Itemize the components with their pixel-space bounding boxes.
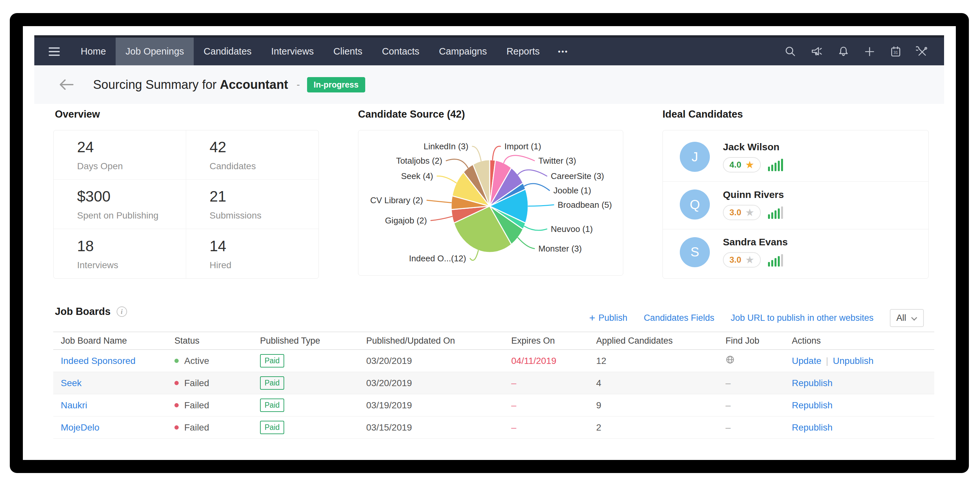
pie-leader-line-indeed (470, 251, 478, 260)
info-icon[interactable]: i (117, 306, 127, 317)
signal-bars-icon (768, 253, 784, 267)
avatar: Q (680, 189, 710, 220)
pie-label-cv-library: CV Library (2) (370, 195, 423, 205)
ideal-candidates-heading: Ideal Candidates (662, 108, 743, 120)
pie-leader-line-import (493, 146, 500, 160)
cell-status: Active (175, 356, 260, 366)
rating-value: 3.0 (729, 255, 741, 265)
stat-value: $300 (77, 188, 186, 205)
update-link[interactable]: Update (792, 356, 821, 366)
stat-label: Submissions (210, 210, 319, 221)
nav-item-candidates[interactable]: Candidates (194, 38, 261, 65)
job-board-link-indeed-sponsored[interactable]: Indeed Sponsored (61, 356, 135, 366)
avatar: S (680, 237, 710, 267)
announcement-icon[interactable] (811, 46, 823, 57)
pie-label-indeed: Indeed O...(12) (409, 253, 466, 263)
unpublish-link[interactable]: Unpublish (833, 356, 874, 366)
candidate-source-heading: Candidate Source (42) (358, 108, 465, 120)
cell-actions: Republish (792, 422, 927, 433)
nav-item-clients[interactable]: Clients (324, 38, 372, 65)
nav-item-contacts[interactable]: Contacts (372, 38, 429, 65)
publish-button[interactable]: + Publish (589, 312, 627, 324)
pie-label-linkedin: LinkedIn (3) (424, 142, 468, 151)
hamburger-menu-icon[interactable] (34, 38, 71, 65)
back-arrow-icon[interactable] (58, 78, 75, 91)
overview-heading: Overview (55, 108, 100, 120)
cell-applied-candidates: 4 (596, 378, 725, 388)
calendar-icon[interactable]: 31 (890, 46, 902, 57)
status-badge: In-progress (307, 77, 365, 92)
candidate-item-quinn-rivers[interactable]: QQuinn Rivers3.0★ (663, 181, 928, 228)
nav-item-reports[interactable]: Reports (496, 38, 549, 65)
stat-value: 42 (210, 138, 319, 156)
candidate-name: Jack Wilson (723, 142, 784, 153)
cell-applied-candidates: 2 (596, 422, 725, 433)
top-navigation-bar: HomeJob OpeningsCandidatesInterviewsClie… (34, 35, 944, 65)
add-icon[interactable] (864, 46, 875, 57)
notification-bell-icon[interactable] (838, 46, 850, 57)
nav-items: HomeJob OpeningsCandidatesInterviewsClie… (71, 38, 549, 65)
cell-published-type: Paid (260, 354, 366, 368)
candidate-info: Jack Wilson4.0★ (723, 142, 784, 172)
cell-status: Failed (175, 422, 260, 433)
pie-label-neuvoo: Neuvoo (1) (551, 224, 593, 234)
ideal-candidates-card: JJack Wilson4.0★QQuinn Rivers3.0★SSandra… (662, 130, 929, 278)
publish-label: Publish (598, 313, 627, 323)
candidate-item-jack-wilson[interactable]: JJack Wilson4.0★ (663, 134, 928, 180)
republish-link[interactable]: Republish (792, 422, 833, 433)
pie-label-monster: Monster (3) (538, 244, 582, 253)
cell-find-job: – (725, 378, 792, 388)
status-dot (175, 403, 179, 407)
globe-icon[interactable] (725, 356, 735, 366)
column-header-published-updated-on: Published/Updated On (366, 336, 511, 346)
nav-more-button[interactable]: ••• (549, 38, 577, 65)
stat-spent-on-publishing: $300Spent on Publishing (54, 180, 186, 229)
star-icon: ★ (745, 255, 754, 265)
cell-expires-on: – (511, 400, 596, 410)
cell-published-on: 03/15/2019 (366, 422, 511, 433)
paid-badge: Paid (260, 376, 284, 390)
chevron-down-icon (912, 315, 917, 321)
column-header-status: Status (175, 336, 260, 346)
cell-find-job (725, 355, 792, 366)
republish-link[interactable]: Republish (792, 378, 833, 388)
job-board-link-mojedelo[interactable]: MojeDelo (61, 422, 99, 433)
search-icon[interactable] (785, 46, 796, 57)
job-url-link[interactable]: Job URL to publish in other websites (731, 313, 873, 323)
candidates-fields-link[interactable]: Candidates Fields (644, 313, 714, 323)
pie-label-totaljobs: Totaljobs (2) (396, 156, 442, 165)
job-boards-section: Job Boards i (55, 306, 127, 318)
cell-expires-on: – (511, 378, 596, 388)
republish-link[interactable]: Republish (792, 400, 833, 410)
paid-badge: Paid (260, 399, 284, 412)
pie-leader-line-monster (518, 238, 535, 248)
nav-item-interviews[interactable]: Interviews (261, 38, 324, 65)
table-row-indeed-sponsored: Indeed SponsoredActivePaid03/20/201904/1… (53, 350, 934, 372)
signal-bars-icon (768, 206, 784, 219)
cell-published-type: Paid (260, 376, 366, 390)
job-board-link-naukri[interactable]: Naukri (61, 400, 87, 410)
nav-item-campaigns[interactable]: Campaigns (429, 38, 497, 65)
job-boards-toolbar: + Publish Candidates Fields Job URL to p… (589, 309, 924, 327)
cell-published-on: 03/20/2019 (366, 356, 511, 366)
candidate-item-sandra-evans[interactable]: SSandra Evans3.0★ (663, 229, 928, 275)
nav-item-job-openings[interactable]: Job Openings (116, 38, 194, 65)
page-title: Sourcing Summary for Accountant - In-pro… (93, 77, 365, 92)
stat-value: 21 (210, 188, 319, 205)
status-text: Failed (184, 378, 209, 388)
board-filter-dropdown[interactable]: All (890, 309, 924, 327)
job-board-link-seek[interactable]: Seek (61, 378, 82, 388)
cell-published-on: 03/19/2019 (366, 400, 511, 410)
job-boards-heading: Job Boards (55, 306, 111, 318)
cell-expires-on: 04/11/2019 (511, 356, 596, 366)
screenshot-stage: HomeJob OpeningsCandidatesInterviewsClie… (0, 0, 980, 490)
pie-leader-line-jooble (524, 184, 549, 191)
setup-tools-icon[interactable] (916, 46, 928, 57)
nav-item-home[interactable]: Home (71, 38, 116, 65)
column-header-applied-candidates: Applied Candidates (596, 336, 725, 346)
pie-leader-line-broadbean (528, 205, 554, 206)
pie-leader-line-careersite (518, 170, 547, 176)
status-text: Failed (184, 400, 209, 410)
svg-text:31: 31 (893, 50, 898, 55)
cell-job-board-name: Naukri (53, 400, 175, 410)
